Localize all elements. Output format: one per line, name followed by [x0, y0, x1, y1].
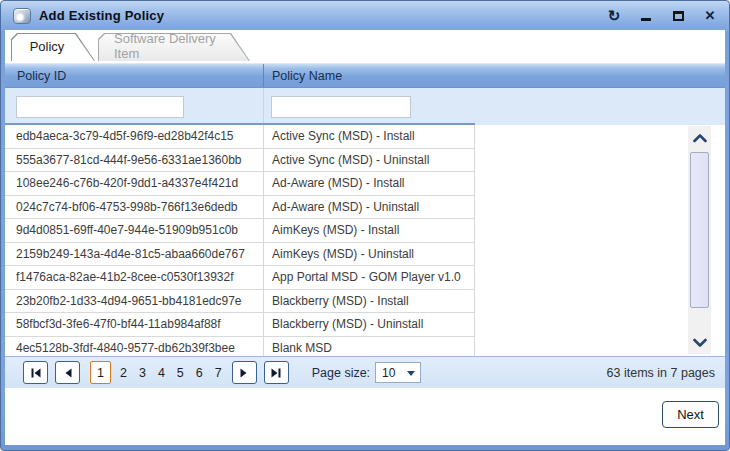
- policy-name-cell: Blank MSD: [264, 337, 475, 357]
- policy-id-cell: 23b20fb2-1d33-4d94-9651-bb4181edc97e: [5, 290, 264, 313]
- policy-name-cell: Ad-Aware (MSD) - Uninstall: [264, 196, 475, 219]
- table-row[interactable]: f1476aca-82ae-41b2-8cee-c0530f13932f App…: [5, 266, 475, 290]
- policy-id-cell: 9d4d0851-69ff-40e7-944e-51909b951c0b: [5, 219, 264, 242]
- tab-software-delivery-item[interactable]: Software Delivery Item: [98, 33, 250, 61]
- window-controls: ↻ ✕: [591, 6, 719, 26]
- first-page-button[interactable]: [23, 361, 48, 384]
- table-row[interactable]: 23b20fb2-1d33-4d94-9651-bb4181edc97e Bla…: [5, 290, 475, 314]
- next-page-button[interactable]: [232, 361, 257, 384]
- scroll-up-button[interactable]: [688, 128, 711, 148]
- vertical-scrollbar[interactable]: [688, 126, 711, 354]
- last-page-button[interactable]: [264, 361, 289, 384]
- policy-name-cell: Blackberry (MSD) - Install: [264, 290, 475, 313]
- refresh-icon[interactable]: ↻: [605, 6, 623, 26]
- policy-name-cell: App Portal MSD - GOM Player v1.0: [264, 266, 475, 289]
- page-size-value: 10: [382, 366, 395, 380]
- page-size-select[interactable]: 10: [375, 362, 421, 383]
- grid-header: Policy ID Policy Name: [5, 63, 725, 88]
- policy-name-cell: Ad-Aware (MSD) - Install: [264, 172, 475, 195]
- page-number[interactable]: 6: [196, 366, 203, 380]
- title-bar: Add Existing Policy ↻ ✕: [5, 1, 725, 30]
- table-row[interactable]: edb4aeca-3c79-4d5f-96f9-ed28b42f4c15 Act…: [5, 125, 475, 149]
- chevron-down-icon: [693, 338, 707, 347]
- table-row[interactable]: 555a3677-81cd-444f-9e56-6331ae1360bb Act…: [5, 149, 475, 173]
- policy-name-filter-input[interactable]: [271, 96, 411, 118]
- policy-id-cell: 2159b249-143a-4d4e-81c5-abaa660de767: [5, 243, 264, 266]
- table-row[interactable]: 2159b249-143a-4d4e-81c5-abaa660de767 Aim…: [5, 243, 475, 267]
- minimize-icon[interactable]: [637, 6, 655, 26]
- filter-cell-policy-id: [5, 88, 264, 125]
- scroll-down-button[interactable]: [688, 332, 711, 352]
- app-icon: [13, 8, 31, 24]
- table-row[interactable]: 024c7c74-bf06-4753-998b-766f13e6dedb Ad-…: [5, 196, 475, 220]
- tab-strip: Policy Software Delivery Item: [5, 30, 725, 63]
- policy-name-cell: AimKeys (MSD) - Install: [264, 219, 475, 242]
- column-header-policy-name[interactable]: Policy Name: [264, 64, 725, 87]
- table-row[interactable]: 58fbcf3d-3fe6-47f0-bf44-11ab984af88f Bla…: [5, 313, 475, 337]
- policy-id-cell: 108ee246-c76b-420f-9dd1-a4337e4f421d: [5, 172, 264, 195]
- pager-summary: 63 items in 7 pages: [607, 366, 725, 380]
- maximize-icon[interactable]: [669, 6, 687, 26]
- page-number[interactable]: 4: [158, 366, 165, 380]
- page-number[interactable]: 3: [139, 366, 146, 380]
- page-number-current[interactable]: 1: [90, 361, 111, 384]
- policy-id-cell: f1476aca-82ae-41b2-8cee-c0530f13932f: [5, 266, 264, 289]
- add-existing-policy-dialog: Add Existing Policy ↻ ✕ Policy Software …: [0, 0, 730, 451]
- policy-name-cell: Active Sync (MSD) - Uninstall: [264, 149, 475, 172]
- page-size-label: Page size:: [312, 366, 370, 380]
- column-header-policy-id[interactable]: Policy ID: [5, 64, 264, 87]
- close-icon[interactable]: ✕: [701, 6, 719, 26]
- last-page-icon: [270, 367, 282, 379]
- next-button[interactable]: Next: [662, 401, 719, 428]
- policy-id-filter-input[interactable]: [16, 96, 184, 118]
- chevron-up-icon: [693, 134, 707, 143]
- tab-software-delivery-item-label: Software Delivery Item: [98, 33, 250, 61]
- table-row[interactable]: 4ec5128b-3fdf-4840-9577-db62b39f3bee Bla…: [5, 337, 475, 357]
- policy-id-cell: 555a3677-81cd-444f-9e56-6331ae1360bb: [5, 149, 264, 172]
- table-row[interactable]: 108ee246-c76b-420f-9dd1-a4337e4f421d Ad-…: [5, 172, 475, 196]
- policy-id-cell: 024c7c74-bf06-4753-998b-766f13e6dedb: [5, 196, 264, 219]
- policy-id-cell: 58fbcf3d-3fe6-47f0-bf44-11ab984af88f: [5, 313, 264, 336]
- policy-id-cell: 4ec5128b-3fdf-4840-9577-db62b39f3bee: [5, 337, 264, 357]
- policy-name-cell: Active Sync (MSD) - Install: [264, 125, 475, 148]
- first-page-icon: [30, 367, 42, 379]
- policy-id-cell: edb4aeca-3c79-4d5f-96f9-ed28b42f4c15: [5, 125, 264, 148]
- dialog-footer: Next: [5, 388, 725, 445]
- tab-policy-label: Policy: [11, 33, 95, 61]
- filter-row: [5, 88, 725, 125]
- dialog-client-area: Policy Software Delivery Item Policy ID …: [5, 30, 725, 443]
- page-number[interactable]: 2: [120, 366, 127, 380]
- previous-page-button[interactable]: [55, 361, 80, 384]
- page-number[interactable]: 5: [177, 366, 184, 380]
- page-number[interactable]: 7: [215, 366, 222, 380]
- scrollbar-thumb[interactable]: [690, 152, 709, 308]
- filter-cell-policy-name: [264, 88, 725, 125]
- table-row[interactable]: 9d4d0851-69ff-40e7-944e-51909b951c0b Aim…: [5, 219, 475, 243]
- next-page-icon: [239, 367, 249, 379]
- dropdown-arrow-icon: [407, 371, 415, 376]
- policy-name-cell: Blackberry (MSD) - Uninstall: [264, 313, 475, 336]
- tab-policy[interactable]: Policy: [11, 33, 95, 61]
- policy-name-cell: AimKeys (MSD) - Uninstall: [264, 243, 475, 266]
- pager-bar: 1 2 3 4 5 6 7 Page size: 10 63 items in …: [5, 356, 725, 388]
- previous-page-icon: [63, 367, 73, 379]
- window-title: Add Existing Policy: [39, 8, 164, 23]
- grid-rows-viewport: edb4aeca-3c79-4d5f-96f9-ed28b42f4c15 Act…: [5, 125, 725, 356]
